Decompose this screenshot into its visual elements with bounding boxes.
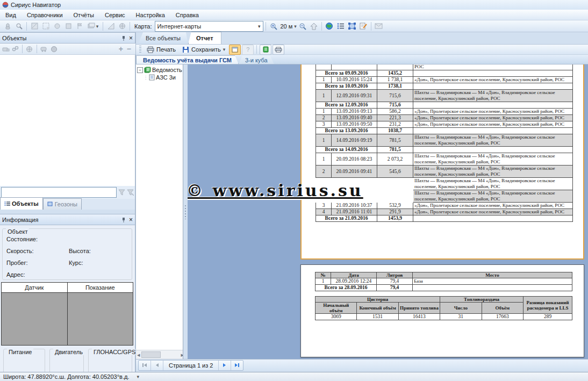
parameters-button[interactable]: [260, 45, 271, 55]
pan-hand-icon[interactable]: [2, 21, 13, 31]
page-setup-button[interactable]: [273, 45, 284, 55]
status-bar: Широта: 47.88920°с.ш. Долгота: 40.05203°…: [0, 372, 588, 381]
mail-icon[interactable]: [374, 21, 384, 31]
report-row: 120.09.2016 08:232 073,2Шахты — Владимир…: [316, 153, 573, 166]
tab-vedomost-label: Ведомость учёта выдачи ГСМ: [143, 57, 232, 63]
zoom-level-label[interactable]: 20 м: [279, 23, 294, 30]
objects-panel-header: Объекты ×: [0, 32, 135, 44]
zoom-tool-icon[interactable]: [13, 21, 24, 31]
select-square-icon[interactable]: [63, 21, 74, 31]
home-icon[interactable]: [309, 21, 319, 31]
help-button[interactable]: ?: [242, 45, 254, 55]
collapse-all-icon[interactable]: −: [127, 45, 131, 53]
menu-nastroyka[interactable]: Настройка: [131, 10, 170, 20]
report-cell: 545,6: [377, 166, 413, 178]
report-row: Всего за 10.09.20161738,1: [316, 83, 573, 90]
tree-connector: ⋮: [144, 75, 148, 80]
tree-horizontal-scrollbar[interactable]: ◂ ▸: [136, 350, 183, 359]
report-cell: [377, 64, 413, 70]
filter-icon[interactable]: [118, 189, 125, 196]
zoom-in-icon[interactable]: [268, 21, 279, 31]
preview-toggle-button[interactable]: [229, 45, 241, 55]
ruler-icon[interactable]: [105, 21, 116, 31]
report-cell: Всего за 12.09.2016: [316, 102, 377, 109]
menu-spravochniki[interactable]: Справочники: [21, 10, 68, 20]
report-page-1: РОСВсего за 09.09.20161435,2110.09.2016 …: [300, 64, 584, 260]
tab-geozones[interactable]: Геозоны: [43, 198, 82, 210]
menu-servis[interactable]: Сервис: [99, 10, 131, 20]
filter-clear-icon[interactable]: [127, 189, 134, 196]
zoom-level-caret-icon[interactable]: ▾: [294, 24, 297, 29]
toolbar-grip[interactable]: [139, 46, 141, 53]
geozone-select-icon[interactable]: [347, 21, 357, 31]
report-cell: 1: [316, 90, 332, 102]
save-button[interactable]: Сохранить ▾: [180, 46, 228, 54]
close-icon[interactable]: ×: [129, 216, 133, 224]
previous-page-button[interactable]: [151, 361, 163, 370]
report-tree: − Ведомость ⋮ АЗС 3и ◂ ▸: [136, 64, 183, 359]
scrollbar-thumb[interactable]: [141, 351, 161, 358]
link-icon[interactable]: [12, 46, 19, 52]
coordinates-text: Широта: 47.88920°с.ш. Долгота: 40.05203°…: [3, 373, 129, 380]
report-viewport[interactable]: РОСВсего за 09.09.20161435,2110.09.2016 …: [188, 64, 588, 359]
select-rect-icon[interactable]: [29, 21, 40, 31]
print-button[interactable]: Печать: [144, 46, 178, 54]
menu-vid[interactable]: Вид: [0, 10, 21, 20]
vehicle-add-icon[interactable]: [2, 46, 10, 52]
last-page-button[interactable]: [231, 361, 243, 370]
tab-vedomost-gsm[interactable]: Ведомость учёта выдачи ГСМ: [136, 55, 239, 64]
tree-child-item[interactable]: ⋮ АЗС 3и: [136, 74, 183, 81]
zoom-out-icon[interactable]: [297, 21, 308, 31]
tab-objects[interactable]: Объекты: [0, 197, 43, 210]
scroll-left-icon[interactable]: ◂: [137, 351, 140, 358]
menu-otchety[interactable]: Отчёты: [68, 10, 99, 20]
chevron-down-icon[interactable]: ▾: [256, 24, 263, 29]
tab-all-objects[interactable]: Все объекты: [138, 32, 188, 44]
close-icon[interactable]: ×: [129, 34, 133, 42]
toolbar-separator: [256, 45, 257, 54]
report-cell: [413, 83, 573, 90]
splitter-handle[interactable]: [185, 205, 186, 219]
report-cell: 221,3: [377, 115, 413, 121]
vehicle-icon[interactable]: [40, 46, 49, 52]
tab-3i-kuba[interactable]: 3-и куба: [239, 56, 274, 64]
tree-root-label: Ведомость: [152, 67, 182, 73]
tree-expander-icon[interactable]: −: [137, 67, 143, 73]
info-panel-title: Информация: [2, 217, 121, 223]
info-panel-header: Информация ×: [0, 214, 135, 225]
map-combo-label: Карта:: [132, 23, 154, 30]
tree-root-item[interactable]: − Ведомость: [136, 66, 183, 74]
report-cell: 4: [316, 209, 332, 215]
select-circle-icon[interactable]: [52, 21, 62, 31]
count-header: Число: [440, 303, 482, 314]
save-dropdown-icon[interactable]: ▾: [223, 47, 226, 52]
flag-icon[interactable]: [74, 21, 85, 31]
col-date: Дата: [331, 272, 377, 278]
first-page-button[interactable]: [139, 361, 151, 370]
tab-report[interactable]: Отчет: [188, 32, 221, 44]
report-cell: Всего за 21.09.2016: [316, 215, 377, 222]
report-cell: РОС: [413, 64, 573, 70]
map-type-combobox[interactable]: Интернет-карты ▾: [155, 21, 263, 32]
pin-icon[interactable]: [121, 35, 126, 41]
status-caret-icon[interactable]: ▾: [137, 374, 139, 379]
report-cell: «Дон», Пролетарское сельское поселение, …: [413, 203, 573, 209]
select-lasso-icon[interactable]: [40, 21, 51, 31]
globe-icon[interactable]: [324, 21, 335, 31]
tree-splitter[interactable]: [183, 64, 188, 359]
objects-list[interactable]: [0, 55, 135, 186]
layers-dropdown-icon[interactable]: ▾: [85, 21, 101, 31]
notepad-edit-icon[interactable]: [358, 21, 369, 31]
next-page-button[interactable]: [219, 361, 231, 370]
sphere-icon[interactable]: [51, 46, 58, 53]
pin-icon[interactable]: [121, 217, 126, 222]
menu-spravka[interactable]: Справка: [170, 10, 204, 20]
report-cell: 1 738,1: [377, 77, 413, 83]
globe-track-icon[interactable]: [26, 46, 33, 53]
report-row: РОС: [316, 64, 573, 70]
legend-list-icon[interactable]: [335, 21, 346, 31]
title-bar: Сириус Навигатор: [0, 0, 588, 10]
globe-gray-icon[interactable]: [117, 21, 127, 31]
expand-all-icon[interactable]: +: [119, 45, 123, 53]
filter-input[interactable]: [1, 187, 117, 198]
